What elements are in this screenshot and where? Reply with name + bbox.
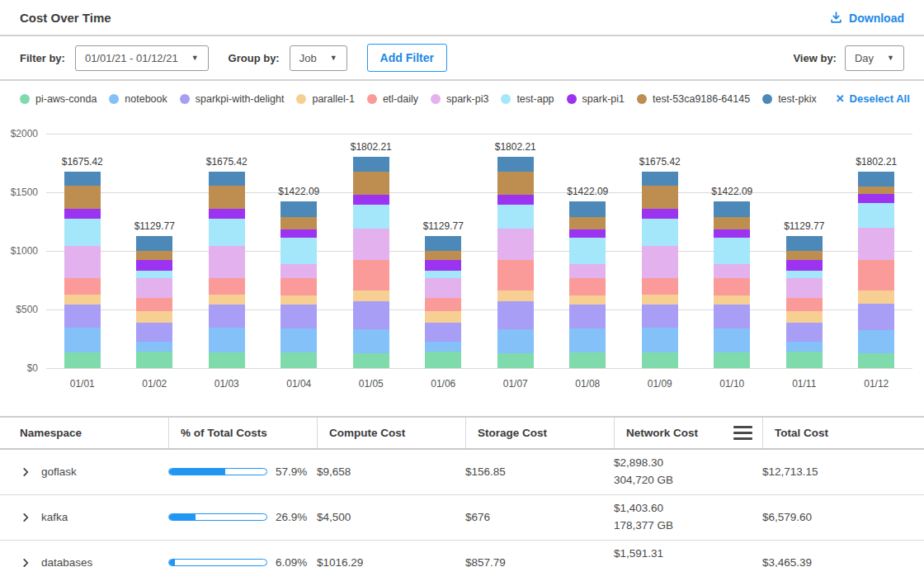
segment-test-53ca9186-64145[interactable] (353, 172, 389, 195)
segment-spark-pi3[interactable] (714, 264, 750, 277)
expand-chevron-icon[interactable] (20, 466, 31, 478)
segment-etl-daily[interactable] (136, 298, 172, 311)
segment-parallel-1[interactable] (786, 311, 823, 323)
segment-test-app[interactable] (209, 219, 245, 247)
segment-spark-pi3[interactable] (136, 278, 172, 297)
segment-spark-pi1[interactable] (858, 194, 894, 203)
stacked-bar[interactable] (136, 236, 172, 368)
legend-item-test-pkix[interactable]: test-pkix (762, 93, 817, 105)
segment-etl-daily[interactable] (569, 278, 606, 296)
segment-parallel-1[interactable] (209, 295, 245, 305)
legend-item-spark-pi3[interactable]: spark-pi3 (431, 93, 488, 105)
segment-spark-pi3[interactable] (280, 264, 317, 277)
segment-spark-pi3[interactable] (353, 229, 389, 259)
legend-item-notebook[interactable]: notebook (109, 93, 167, 105)
legend-item-test-app[interactable]: test-app (501, 93, 554, 105)
view-by-dropdown[interactable]: Day ▼ (845, 45, 904, 71)
stacked-bar[interactable] (280, 201, 317, 368)
segment-parallel-1[interactable] (353, 291, 389, 301)
segment-test-53ca9186-64145[interactable] (858, 187, 894, 194)
segment-test-app[interactable] (786, 271, 823, 278)
segment-test-app[interactable] (425, 271, 461, 278)
segment-spark-pi3[interactable] (786, 278, 823, 297)
segment-spark-pi3[interactable] (497, 229, 534, 259)
segment-test-pkix[interactable] (497, 157, 534, 172)
segment-pi-aws-conda[interactable] (64, 352, 101, 368)
segment-notebook[interactable] (569, 328, 606, 353)
segment-sparkpi-with-delight[interactable] (353, 301, 389, 329)
segment-parallel-1[interactable] (425, 311, 461, 323)
segment-parallel-1[interactable] (280, 295, 317, 304)
segment-test-pkix[interactable] (569, 201, 606, 217)
segment-pi-aws-conda[interactable] (786, 352, 823, 368)
segment-spark-pi3[interactable] (425, 278, 461, 297)
segment-pi-aws-conda[interactable] (569, 352, 606, 368)
segment-test-app[interactable] (136, 271, 172, 278)
segment-spark-pi3[interactable] (642, 246, 678, 278)
segment-etl-daily[interactable] (858, 260, 894, 291)
segment-sparkpi-with-delight[interactable] (858, 304, 894, 330)
segment-test-53ca9186-64145[interactable] (64, 186, 101, 209)
segment-test-pkix[interactable] (642, 172, 678, 186)
segment-etl-daily[interactable] (425, 298, 461, 311)
segment-sparkpi-with-delight[interactable] (136, 323, 172, 342)
segment-spark-pi1[interactable] (280, 229, 317, 238)
segment-test-53ca9186-64145[interactable] (136, 251, 172, 260)
stacked-bar[interactable] (64, 172, 101, 368)
segment-test-pkix[interactable] (280, 201, 317, 217)
segment-sparkpi-with-delight[interactable] (209, 305, 245, 328)
segment-etl-daily[interactable] (786, 298, 823, 311)
segment-pi-aws-conda[interactable] (425, 352, 461, 368)
segment-pi-aws-conda[interactable] (714, 352, 750, 368)
segment-spark-pi1[interactable] (209, 209, 245, 219)
segment-test-53ca9186-64145[interactable] (425, 251, 461, 260)
segment-spark-pi3[interactable] (858, 228, 894, 259)
segment-parallel-1[interactable] (569, 295, 606, 304)
segment-notebook[interactable] (642, 328, 678, 352)
segment-spark-pi1[interactable] (136, 260, 172, 271)
segment-spark-pi1[interactable] (64, 209, 101, 219)
segment-test-pkix[interactable] (64, 172, 101, 186)
segment-test-app[interactable] (858, 203, 894, 228)
segment-test-app[interactable] (569, 238, 606, 264)
legend-item-sparkpi-with-delight[interactable]: sparkpi-with-delight (180, 93, 285, 105)
segment-parallel-1[interactable] (642, 295, 678, 305)
segment-pi-aws-conda[interactable] (353, 353, 389, 368)
deselect-all-button[interactable]: ✕Deselect All (836, 92, 910, 105)
segment-test-app[interactable] (280, 238, 317, 264)
segment-test-pkix[interactable] (425, 236, 461, 252)
segment-notebook[interactable] (64, 328, 101, 352)
segment-test-53ca9186-64145[interactable] (642, 186, 678, 209)
stacked-bar[interactable] (209, 172, 245, 368)
segment-test-pkix[interactable] (136, 236, 172, 252)
segment-test-53ca9186-64145[interactable] (569, 217, 606, 229)
segment-test-53ca9186-64145[interactable] (497, 172, 534, 195)
segment-test-53ca9186-64145[interactable] (280, 217, 317, 229)
expand-chevron-icon[interactable] (20, 512, 31, 523)
stacked-bar[interactable] (858, 172, 894, 368)
segment-sparkpi-with-delight[interactable] (425, 323, 461, 342)
segment-etl-daily[interactable] (714, 278, 750, 296)
stacked-bar[interactable] (714, 201, 750, 368)
segment-spark-pi1[interactable] (497, 195, 534, 205)
segment-sparkpi-with-delight[interactable] (497, 301, 534, 329)
segment-notebook[interactable] (858, 330, 894, 353)
segment-pi-aws-conda[interactable] (497, 353, 534, 368)
legend-item-pi-aws-conda[interactable]: pi-aws-conda (20, 93, 97, 105)
segment-parallel-1[interactable] (714, 295, 750, 304)
segment-spark-pi3[interactable] (569, 264, 606, 277)
segment-spark-pi3[interactable] (64, 246, 101, 278)
segment-pi-aws-conda[interactable] (280, 352, 317, 368)
legend-item-spark-pi1[interactable]: spark-pi1 (567, 93, 625, 105)
segment-etl-daily[interactable] (642, 278, 678, 295)
segment-test-app[interactable] (497, 205, 534, 229)
segment-spark-pi1[interactable] (642, 209, 678, 219)
segment-test-app[interactable] (714, 238, 750, 264)
segment-parallel-1[interactable] (136, 311, 172, 323)
segment-parallel-1[interactable] (64, 295, 101, 305)
download-button[interactable]: Download (829, 11, 904, 25)
segment-test-pkix[interactable] (714, 201, 750, 217)
segment-notebook[interactable] (497, 329, 534, 353)
segment-notebook[interactable] (280, 328, 317, 353)
segment-pi-aws-conda[interactable] (858, 353, 894, 368)
